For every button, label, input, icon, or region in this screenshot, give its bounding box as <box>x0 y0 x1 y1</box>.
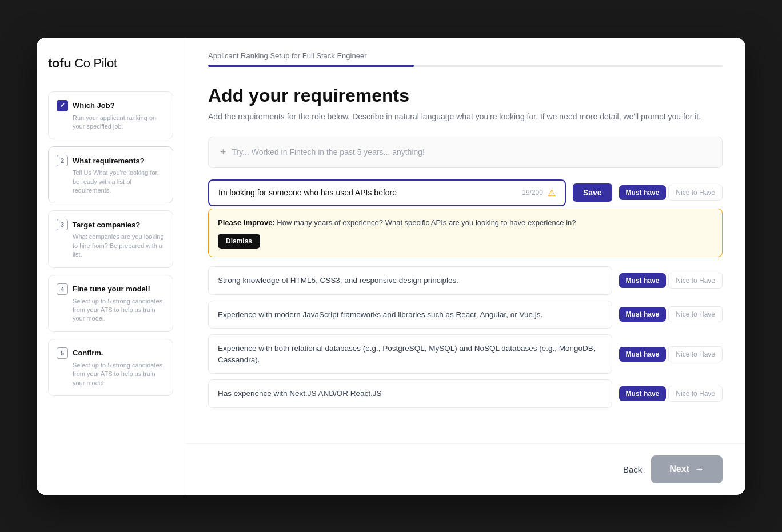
progress-title: Applicant Ranking Setup for Full Stack E… <box>208 51 723 60</box>
sidebar-item-confirm[interactable]: 5 Confirm. Select up to 5 strong candida… <box>48 339 173 396</box>
requirement-row-1: Strong knowledge of HTML5, CSS3, and res… <box>208 266 723 295</box>
requirement-text-3[interactable]: Experience with both relational database… <box>208 334 612 374</box>
improve-suggestion-box: Please Improve: How many years of experi… <box>208 209 723 258</box>
nice-have-button-4[interactable]: Nice to Have <box>668 386 723 402</box>
must-nice-toggle-3: Must have Nice to Have <box>619 346 723 362</box>
back-button[interactable]: Back <box>623 465 642 474</box>
add-requirement-input-area[interactable]: + Try... Worked in Fintech in the past 5… <box>208 137 723 168</box>
step-1-desc: Run your applicant ranking on your speci… <box>73 114 165 131</box>
improve-text: How many years of experience? What speci… <box>277 218 576 227</box>
step-2-title: What requirements? <box>73 157 145 165</box>
step-2-desc: Tell Us What you're looking for, be read… <box>73 169 165 195</box>
must-have-button-editing[interactable]: Must have <box>619 185 667 200</box>
dismiss-button[interactable]: Dismiss <box>218 234 260 249</box>
step-4-number-icon: 4 <box>57 283 68 295</box>
sidebar-item-which-job[interactable]: ✓ Which Job? Run your applicant ranking … <box>48 91 173 140</box>
progress-header: Applicant Ranking Setup for Full Stack E… <box>185 38 745 67</box>
step-4-desc: Select up to 5 strong candidates from yo… <box>73 297 165 323</box>
must-nice-toggle-1: Must have Nice to Have <box>619 273 723 289</box>
next-label: Next <box>669 464 689 474</box>
next-button[interactable]: Next → <box>651 455 723 483</box>
step-3-title: Target companies? <box>73 221 140 229</box>
page-title: Add your requirements <box>208 85 723 106</box>
footer: Back Next → <box>185 443 745 495</box>
main-content: Applicant Ranking Setup for Full Stack E… <box>185 38 745 495</box>
logo-bold: tofu <box>48 56 71 70</box>
warning-icon: ⚠ <box>548 187 556 198</box>
step-3-desc: What companies are you looking to hire f… <box>73 233 165 259</box>
must-nice-toggle-editing: Must have Nice to Have <box>619 185 723 201</box>
nice-have-button-3[interactable]: Nice to Have <box>668 346 723 362</box>
save-button[interactable]: Save <box>573 183 612 202</box>
must-have-button-3[interactable]: Must have <box>619 347 667 362</box>
step-5-number-icon: 5 <box>57 347 68 359</box>
sidebar-item-what-requirements[interactable]: 2 What requirements? Tell Us What you're… <box>48 146 173 203</box>
step-3-number-icon: 3 <box>57 219 68 230</box>
next-arrow-icon: → <box>694 463 704 475</box>
must-nice-toggle-2: Must have Nice to Have <box>619 306 723 322</box>
requirement-row-2: Experience with modern JavaScript framew… <box>208 301 723 329</box>
requirement-text-4[interactable]: Has experience with Next.JS AND/OR React… <box>208 379 612 408</box>
requirement-row-3: Experience with both relational database… <box>208 334 723 374</box>
must-nice-toggle-4: Must have Nice to Have <box>619 386 723 402</box>
step-1-title: Which Job? <box>73 101 115 110</box>
nice-have-button-2[interactable]: Nice to Have <box>668 306 723 322</box>
char-count: 19/200 <box>522 189 543 197</box>
requirement-row-4: Has experience with Next.JS AND/OR React… <box>208 379 723 408</box>
sidebar: tofu Co Pilot ✓ Which Job? Run your appl… <box>37 38 185 495</box>
nice-have-button-editing[interactable]: Nice to Have <box>668 185 723 201</box>
plus-icon: + <box>220 146 226 158</box>
editing-row: 19/200 ⚠ Save Must have Nice to Have <box>208 179 723 206</box>
step-5-desc: Select up to 5 strong candidates from yo… <box>73 361 165 387</box>
sidebar-item-target-companies[interactable]: 3 Target companies? What companies are y… <box>48 210 173 267</box>
app-window: tofu Co Pilot ✓ Which Job? Run your appl… <box>37 38 745 495</box>
requirement-input[interactable] <box>218 188 517 197</box>
step-1-check-icon: ✓ <box>57 100 68 111</box>
must-have-button-4[interactable]: Must have <box>619 386 667 401</box>
editing-input-wrapper[interactable]: 19/200 ⚠ <box>208 179 566 206</box>
must-have-button-1[interactable]: Must have <box>619 273 667 288</box>
add-requirement-placeholder: Try... Worked in Fintech in the past 5 y… <box>232 147 425 157</box>
improve-label: Please Improve: <box>218 218 275 227</box>
page-description: Add the requirements for the role below.… <box>208 111 723 123</box>
requirement-text-2[interactable]: Experience with modern JavaScript framew… <box>208 301 612 329</box>
logo: tofu Co Pilot <box>48 56 173 71</box>
step-4-title: Fine tune your model! <box>73 285 150 293</box>
nice-have-button-1[interactable]: Nice to Have <box>668 273 723 289</box>
must-have-button-2[interactable]: Must have <box>619 307 667 322</box>
step-2-number-icon: 2 <box>57 155 68 166</box>
sidebar-item-fine-tune[interactable]: 4 Fine tune your model! Select up to 5 s… <box>48 275 173 332</box>
content-area: Add your requirements Add the requiremen… <box>185 67 745 443</box>
step-5-title: Confirm. <box>73 349 103 357</box>
requirement-text-1[interactable]: Strong knowledge of HTML5, CSS3, and res… <box>208 266 612 295</box>
logo-light: Co Pilot <box>71 56 117 70</box>
